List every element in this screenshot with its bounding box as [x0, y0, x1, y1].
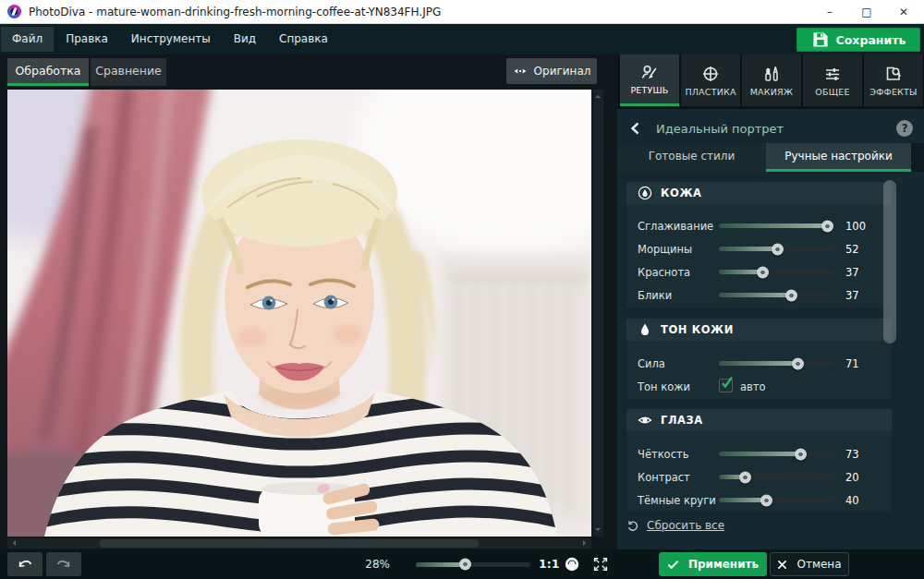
photodiva-window: PhotoDiva - mature-woman-drinking-fresh-…	[0, 0, 924, 579]
general-icon	[823, 65, 842, 83]
scroll-down-icon[interactable]	[595, 528, 601, 534]
slider-thumb[interactable]	[772, 243, 784, 255]
contrast-slider[interactable]	[719, 475, 834, 479]
drop-icon	[638, 322, 652, 337]
section-skin-header: КОЖА	[626, 182, 892, 204]
reset-all-label: Сбросить все	[647, 519, 724, 532]
dark-circles-slider[interactable]	[719, 498, 834, 502]
slider-thumb[interactable]	[785, 289, 797, 301]
slider-row-strength: Сила 71	[626, 352, 892, 375]
help-icon[interactable]: ?	[896, 120, 913, 137]
minimize-button[interactable]: –	[811, 0, 848, 23]
redness-slider[interactable]	[719, 270, 834, 274]
undo-icon	[17, 558, 33, 571]
scroll-up-icon[interactable]	[595, 92, 601, 98]
wrinkles-value: 52	[845, 243, 859, 256]
slider-row-wrinkles: Морщины 52	[626, 237, 892, 260]
eye-icon	[638, 413, 652, 428]
auto-checkbox[interactable]	[719, 379, 733, 392]
photo-canvas[interactable]	[7, 90, 591, 537]
redness-value: 37	[845, 266, 859, 279]
scroll-left-icon[interactable]	[10, 540, 16, 546]
horizontal-scroll-thumb[interactable]	[100, 539, 479, 548]
fullscreen-icon[interactable]	[592, 556, 609, 573]
tab-retouch-label: РЕТУШЬ	[630, 85, 668, 95]
dark-circles-value: 40	[845, 494, 859, 507]
section-skin-tone-header: ТОН КОЖИ	[626, 319, 892, 341]
tab-effects-label: ЭФФЕКТЫ	[869, 87, 917, 97]
editor-canvas-area: Обработка Сравнение Оригинал	[0, 54, 617, 549]
canvas-horizontal-scrollbar[interactable]	[7, 538, 591, 549]
strength-slider[interactable]	[719, 361, 834, 366]
tab-plastic-label: ПЛАСТИКА	[685, 87, 736, 97]
shine-slider[interactable]	[719, 293, 834, 297]
tab-retouch[interactable]: РЕТУШЬ	[620, 54, 679, 106]
redo-button[interactable]	[46, 552, 81, 576]
reset-icon	[626, 519, 639, 532]
save-button[interactable]: Сохранить	[796, 28, 920, 52]
slider-thumb[interactable]	[821, 220, 833, 232]
zoom-slider[interactable]	[416, 549, 530, 579]
menu-help[interactable]: Справка	[268, 27, 339, 52]
menu-file[interactable]: Файл	[1, 27, 54, 52]
effects-icon	[884, 65, 903, 83]
auto-checkbox-label: авто	[740, 380, 766, 393]
smoothing-slider[interactable]	[719, 223, 834, 228]
slider-thumb[interactable]	[739, 471, 751, 483]
tab-processing[interactable]: Обработка	[7, 58, 89, 86]
close-button[interactable]: ✕	[885, 0, 922, 23]
slider-row-contrast: Контраст 20	[626, 465, 892, 489]
panel-header: Идеальный портрет ?	[617, 115, 924, 143]
redo-icon	[55, 558, 72, 571]
tab-comparison[interactable]: Сравнение	[91, 58, 166, 86]
apply-label: Применить	[688, 558, 759, 571]
tab-plastic[interactable]: ПЛАСТИКА	[681, 54, 740, 106]
shine-value: 37	[845, 289, 859, 302]
style-subtabs: Готовые стили Ручные настройки	[617, 143, 924, 172]
subtab-presets[interactable]: Готовые стили	[617, 143, 766, 172]
tab-makeup[interactable]: МАКИЯЖ	[742, 54, 801, 106]
menu-tools[interactable]: Инструменты	[120, 27, 222, 52]
actual-size-button[interactable]: 1:1	[539, 549, 559, 579]
canvas-vertical-scrollbar[interactable]	[593, 90, 603, 537]
canvas-tab-bar: Обработка Сравнение Оригинал	[0, 54, 617, 88]
smoothing-value: 100	[845, 220, 866, 233]
apply-button[interactable]: Применить	[659, 552, 767, 576]
tab-effects[interactable]: ЭФФЕКТЫ	[864, 54, 923, 106]
slider-row-redness: Краснота 37	[626, 260, 892, 283]
original-preview-button[interactable]: Оригинал	[506, 58, 597, 84]
slider-thumb[interactable]	[795, 448, 807, 460]
retouch-icon	[640, 63, 659, 81]
back-chevron-icon[interactable]	[628, 121, 643, 136]
maximize-button[interactable]: □	[848, 0, 885, 23]
reset-all-link[interactable]: Сбросить все	[626, 519, 724, 532]
panel-scrollbar-thumb[interactable]	[883, 180, 896, 344]
scroll-right-icon[interactable]	[583, 540, 589, 546]
title-bar: PhotoDiva - mature-woman-drinking-fresh-…	[0, 0, 924, 24]
tab-general[interactable]: ОБЩЕЕ	[803, 54, 862, 106]
menu-view[interactable]: Вид	[223, 27, 267, 52]
checkmark-icon	[720, 376, 734, 390]
wrinkles-slider[interactable]	[719, 247, 834, 251]
menu-bar: Файл Правка Инструменты Вид Справка Сохр…	[0, 24, 924, 54]
feature-tab-bar: РЕТУШЬ ПЛАСТИКА МАКИЯЖ ОБЩЕЕ ЭФФЕКТЫ	[617, 54, 924, 109]
menu-edit[interactable]: Правка	[55, 27, 119, 52]
skin-icon	[638, 186, 652, 200]
slider-row-clarity: Чёткость 73	[626, 442, 892, 465]
slider-row-smoothing: Сглаживание 100	[626, 214, 892, 237]
slider-thumb[interactable]	[792, 357, 804, 369]
section-skin-tone: ТОН КОЖИ Сила 71 Тон кожи авто	[626, 319, 892, 399]
fit-face-icon[interactable]	[564, 556, 580, 573]
subtab-manual[interactable]: Ручные настройки	[766, 143, 911, 172]
slider-thumb[interactable]	[760, 494, 772, 506]
section-eyes: ГЛАЗА Чёткость 73 Контраст 20 Тёмные	[626, 409, 892, 512]
zoom-slider-thumb[interactable]	[459, 559, 471, 571]
makeup-icon	[762, 65, 781, 83]
section-skin-tone-title: ТОН КОЖИ	[661, 323, 734, 336]
section-eyes-header: ГЛАЗА	[626, 409, 892, 431]
clarity-slider[interactable]	[719, 452, 834, 456]
cancel-button[interactable]: Отмена	[770, 552, 849, 576]
undo-button[interactable]	[7, 552, 43, 576]
status-bar: 28% 1:1 Применить Отмена	[0, 549, 924, 579]
slider-thumb[interactable]	[757, 266, 769, 278]
